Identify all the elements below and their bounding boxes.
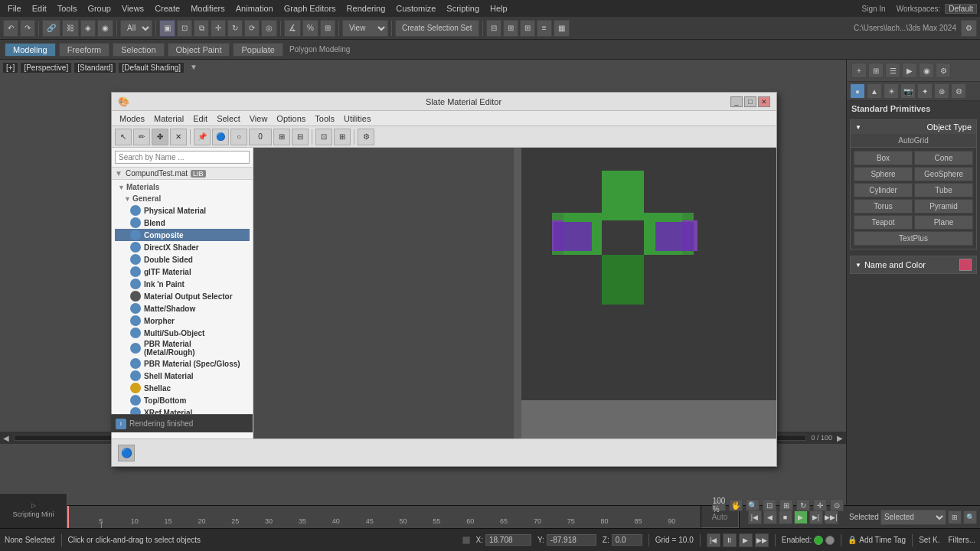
mat-link-tool[interactable]: ✤ (152, 129, 168, 145)
rp-display-icon[interactable]: ◉ (919, 63, 934, 78)
set-k-label[interactable]: Set K. (919, 536, 939, 544)
color-swatch[interactable] (959, 259, 972, 271)
zoom-region-btn[interactable]: ⊞ (779, 499, 793, 511)
snap-button[interactable]: ⊞ (320, 20, 335, 37)
menu-animation[interactable]: Animation (231, 2, 278, 15)
frame-play-btn[interactable]: ▶ (739, 533, 753, 547)
menu-group[interactable]: Group (83, 2, 116, 15)
workspace-dropdown[interactable]: Default (945, 4, 977, 14)
mat-spread-tool[interactable]: ⊞ (273, 129, 290, 145)
named-sel-button[interactable]: Create Selection Set (395, 20, 479, 37)
mat-item-shellac[interactable]: Shellac (115, 382, 250, 394)
mat-item-pbr-spec[interactable]: PBR Material (Spec/Gloss) (115, 357, 250, 370)
material-view[interactable]: View1 Map #5 Composite (253, 148, 776, 439)
rp-geom-icon[interactable]: ● (850, 83, 865, 99)
rect-select-button[interactable]: ⊡ (177, 20, 192, 37)
mat-menu-view[interactable]: View (245, 113, 273, 124)
mat-render-preview[interactable]: 🔵 (118, 445, 135, 461)
filter-dropdown[interactable]: All (120, 20, 152, 37)
mat-item-physical[interactable]: Physical Material (115, 204, 250, 217)
mat-item-shell[interactable]: Shell Material (115, 370, 250, 382)
enabled-toggle[interactable] (825, 536, 835, 545)
tab-selection[interactable]: Selection (113, 43, 164, 57)
mat-item-multi-sub[interactable]: Multi/Sub-Object (115, 327, 250, 339)
3d-viewport[interactable] (521, 148, 776, 400)
obj-plane-button[interactable]: Plane (914, 215, 973, 230)
select-button[interactable]: ▣ (159, 20, 175, 37)
link-button[interactable]: 🔗 (42, 20, 60, 37)
mat-file-collapse[interactable]: ▼ (115, 169, 122, 178)
mat-item-blend[interactable]: Blend (115, 217, 250, 229)
nav-next-btn[interactable]: ▶ (837, 434, 843, 442)
obj-textplus-button[interactable]: TextPlus (854, 231, 973, 246)
tab-modeling[interactable]: Modeling (5, 43, 56, 57)
vp-bracket-label[interactable]: [+] (3, 63, 18, 73)
mat-delete-tool[interactable]: ✕ (170, 129, 187, 145)
nav-prev-btn[interactable]: ◀ (3, 434, 9, 442)
close-button[interactable]: ✕ (758, 96, 770, 107)
mat-select-tool[interactable]: ↖ (115, 129, 132, 145)
name-color-header[interactable]: Name and Color (851, 256, 976, 273)
rp-utilities-icon[interactable]: ⚙ (936, 63, 951, 78)
layer-button[interactable]: ≡ (537, 20, 552, 37)
mat-menu-options[interactable]: Options (272, 113, 310, 124)
scripting-mini-panel[interactable]: ▷ Scripting Mini (0, 493, 67, 528)
obj-geosphere-button[interactable]: GeoSphere (914, 167, 973, 181)
obj-teapot-button[interactable]: Teapot (854, 215, 913, 230)
align-button[interactable]: ⊞ (503, 20, 518, 37)
obj-box-button[interactable]: Box (854, 151, 913, 165)
vp-shading-label[interactable]: [Default Shading] (119, 63, 184, 73)
view-dropdown[interactable]: View (342, 20, 388, 37)
tab-populate[interactable]: Populate (233, 43, 283, 57)
menu-create[interactable]: Create (150, 2, 185, 15)
menu-scripting[interactable]: Scripting (442, 2, 484, 15)
tc-stop-btn[interactable]: ■ (779, 510, 792, 524)
bind-button[interactable]: ◈ (80, 20, 96, 37)
obj-cylinder-button[interactable]: Cylinder (854, 183, 913, 197)
x-input[interactable] (485, 534, 531, 546)
reference-button[interactable]: ◎ (261, 20, 277, 37)
menu-customize[interactable]: Customize (391, 2, 440, 15)
mat-pin-tool[interactable]: 📌 (194, 129, 211, 145)
maximize-button[interactable]: □ (744, 96, 756, 107)
zoom-frame-btn[interactable]: ⊡ (763, 499, 776, 511)
rp-motion-icon[interactable]: ▶ (902, 63, 917, 78)
obj-torus-button[interactable]: Torus (854, 199, 913, 214)
rp-create-icon[interactable]: + (851, 63, 867, 78)
rp-hierarchy-icon[interactable]: ☰ (885, 63, 900, 78)
node-network[interactable]: Map #5 Composite 4 Layers Map #4 Composi… (253, 148, 514, 439)
vp-perspective-label[interactable]: [Perspective] (21, 63, 71, 73)
rp-systems-icon[interactable]: ⚙ (951, 83, 966, 99)
menu-graph-editors[interactable]: Graph Editors (279, 2, 341, 15)
mat-item-output-selector[interactable]: Material Output Selector (115, 290, 250, 302)
mat-item-morpher[interactable]: Morpher (115, 315, 250, 327)
mat-num-input[interactable]: 0 (249, 129, 272, 145)
filters-label[interactable]: Filters... (948, 536, 975, 544)
undo-button[interactable]: ↶ (3, 20, 18, 37)
zoom-search-btn[interactable]: 🔍 (746, 499, 760, 511)
mat-item-composite[interactable]: Composite (115, 229, 250, 241)
select-move-button[interactable]: ✛ (211, 20, 226, 37)
mat-zoom-sel-tool[interactable]: ⊞ (334, 129, 351, 145)
dialog-title-bar[interactable]: 🎨 Slate Material Editor _ □ ✕ (112, 93, 776, 111)
mat-menu-select[interactable]: Select (212, 113, 245, 124)
tl-playhead[interactable] (67, 506, 69, 528)
autogroup-checkbox[interactable]: AutoGrid (851, 134, 976, 148)
add-time-tag-label[interactable]: Add Time Tag (859, 536, 906, 544)
rp-camera-icon[interactable]: 📷 (900, 83, 916, 99)
tc-prev-key-btn[interactable]: |◀ (748, 510, 762, 524)
mat-item-matte[interactable]: Matte/Shadow (115, 302, 250, 315)
zoom-level-display[interactable]: 100 % (712, 499, 726, 511)
mat-item-top-bottom[interactable]: Top/Bottom (115, 394, 250, 406)
menu-rendering[interactable]: Rendering (342, 2, 390, 15)
add-time-tag-icon[interactable]: 🔒 (848, 536, 857, 544)
obj-tube-button[interactable]: Tube (914, 183, 973, 197)
zoom-navigate-btn[interactable]: 🖐 (729, 499, 743, 511)
mat-options-tool[interactable]: ⚙ (358, 129, 374, 145)
object-prop-button[interactable]: ▦ (554, 20, 570, 37)
rp-space-icon[interactable]: ⊛ (934, 83, 949, 99)
snap-toggle[interactable] (462, 536, 470, 544)
mat-item-gltf[interactable]: glTF Material (115, 266, 250, 278)
mat-draw-tool[interactable]: ✏ (133, 129, 150, 145)
mat-menu-modes[interactable]: Modes (115, 113, 149, 124)
